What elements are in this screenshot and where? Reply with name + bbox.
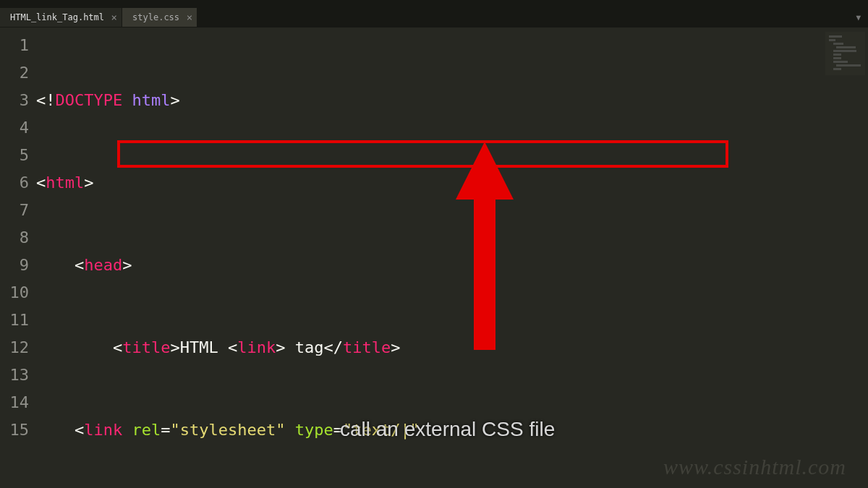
line-number: 7 (0, 197, 29, 224)
line-number: 15 (0, 416, 29, 444)
code-line: <title>HTML <link> tag</title> (36, 334, 868, 361)
line-number: 5 (0, 142, 29, 169)
close-icon[interactable]: × (187, 12, 192, 23)
annotation-caption: call an external CSS file (340, 418, 555, 441)
tab-label: HTML_link_Tag.html (10, 12, 104, 22)
tab-html-file[interactable]: HTML_link_Tag.html × (0, 8, 122, 27)
line-number: 1 (0, 32, 29, 59)
line-number: 3 (0, 87, 29, 114)
code-line: <html> (36, 169, 868, 197)
tab-overflow-icon[interactable]: ▼ (848, 13, 868, 22)
line-number: 12 (0, 334, 29, 361)
code-line: <head> (36, 252, 868, 279)
tab-css-file[interactable]: style.css × (122, 8, 197, 27)
line-number-gutter: 1 2 3 4 5 6 7 8 9 10 11 12 13 14 15 (0, 27, 36, 488)
highlight-rectangle (117, 140, 728, 168)
tab-label: style.css (132, 12, 179, 22)
line-number: 10 (0, 279, 29, 307)
line-number: 6 (0, 169, 29, 197)
code-line: <!DOCTYPE html> (36, 87, 868, 114)
tab-bar: HTML_link_Tag.html × style.css × ▼ (0, 7, 868, 27)
line-number: 4 (0, 114, 29, 142)
minimap[interactable] (825, 32, 865, 75)
line-number: 9 (0, 252, 29, 279)
line-number: 8 (0, 224, 29, 252)
line-number: 2 (0, 59, 29, 87)
line-number: 11 (0, 307, 29, 334)
window-top-bar (0, 0, 868, 7)
line-number: 14 (0, 389, 29, 416)
watermark-text: www.cssinhtml.com (663, 455, 846, 479)
line-number: 13 (0, 361, 29, 389)
close-icon[interactable]: × (111, 12, 117, 23)
